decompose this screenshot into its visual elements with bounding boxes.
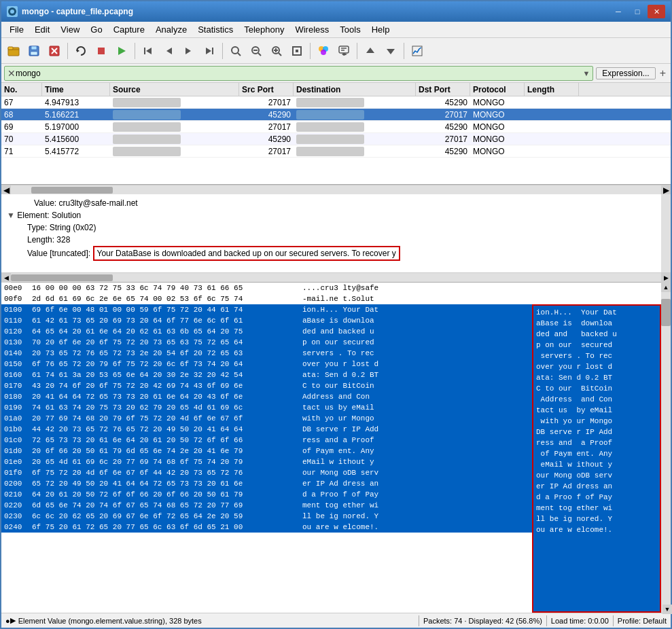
hex-vscrollbar[interactable]: ▲ ▼ (661, 283, 671, 613)
maximize-button[interactable]: □ (629, 5, 646, 18)
toolbar-sep-3 (222, 43, 223, 59)
expression-button[interactable]: Expression... (596, 67, 655, 79)
filter-plus-btn[interactable]: + (658, 67, 668, 79)
detail-row-length: Length: 328 (7, 234, 665, 246)
hex-vscroll-thumb[interactable] (661, 299, 671, 326)
table-row[interactable]: 69 5.197000 27017 45290 MONGO (1, 121, 671, 133)
hex-bytes: 72 65 73 73 20 61 6e 64 20 61 20 50 72 6… (32, 436, 297, 444)
minimize-button[interactable]: ─ (609, 5, 627, 18)
menu-capture[interactable]: Capture (108, 23, 150, 36)
col-header-length[interactable]: Length (525, 83, 579, 96)
toolbar-zoomin-btn[interactable] (267, 41, 286, 60)
hex-bytes: 20 65 4d 61 69 6c 20 77 69 74 68 6f 75 7… (32, 458, 297, 466)
menu-tools[interactable]: Tools (334, 23, 366, 36)
hex-offset: 0160 (1, 371, 32, 379)
menu-help[interactable]: Help (366, 23, 395, 36)
detail-hscroll-thumb[interactable] (11, 274, 113, 281)
packet-hscrollbar[interactable]: ◀ ▶ (1, 185, 671, 194)
menu-statistics[interactable]: Statistics (192, 23, 238, 36)
cell-no: 67 (1, 98, 42, 107)
toolbar-first-btn[interactable] (139, 41, 158, 60)
hex-bytes: 69 6f 6e 00 48 01 00 00 59 6f 75 72 20 4… (32, 306, 297, 314)
detail-hscroll-left[interactable]: ◀ (1, 273, 11, 283)
menu-file[interactable]: File (4, 23, 29, 36)
packet-list: No. Time Source Src Port Destination Dst… (1, 83, 671, 185)
filter-clear-btn[interactable]: ✕ (7, 68, 16, 79)
filter-input-wrap[interactable]: ✕ ▼ (4, 66, 593, 81)
hex-right-line: over you r lost d (536, 361, 657, 372)
menu-analyze[interactable]: Analyze (150, 23, 192, 36)
hex-ascii: Address and Con (297, 393, 419, 401)
cell-no: 69 (1, 122, 42, 132)
toolbar-zoomout-btn[interactable] (247, 41, 266, 60)
hex-bytes: 20 73 65 72 76 65 72 73 2e 20 54 6f 20 7… (32, 349, 297, 357)
hex-right-line: eMail w ithout y (536, 459, 657, 470)
col-header-srcport[interactable]: Src Port (239, 83, 294, 96)
close-button[interactable]: ✕ (648, 5, 665, 18)
hscroll-left-btn[interactable]: ◀ (1, 185, 11, 195)
hex-bytes: 44 42 20 73 65 72 76 65 72 20 49 50 20 4… (32, 425, 297, 433)
hex-ascii: C to our BitCoin (297, 382, 419, 390)
hex-right-line: tact us by eMail (536, 405, 657, 416)
toolbar-last-btn[interactable] (200, 41, 219, 60)
hex-right-line: ment tog ether wi (536, 503, 657, 514)
cell-time: 5.415772 (42, 147, 110, 156)
toolbar-save-btn[interactable] (24, 41, 43, 60)
toolbar-start-btn[interactable] (112, 41, 131, 60)
svg-rect-3 (8, 47, 13, 50)
cell-dst (294, 134, 416, 144)
hscroll-track[interactable] (11, 187, 661, 194)
toolbar-prev-btn[interactable] (159, 41, 178, 60)
detail-hscroll-right[interactable]: ▶ (661, 273, 671, 283)
hex-ascii: ll be ig nored. Y (297, 512, 419, 520)
menu-go[interactable]: Go (85, 23, 107, 36)
toolbar-annotate-btn[interactable] (334, 41, 353, 60)
filter-input[interactable] (16, 69, 582, 78)
cell-proto: MONGO (470, 110, 525, 120)
hex-vscroll-down[interactable]: ▼ (662, 605, 671, 613)
svg-marker-13 (146, 48, 152, 54)
toolbar-reload-btn[interactable] (71, 41, 90, 60)
status-divider-1 (419, 615, 419, 626)
hex-vscroll-up[interactable]: ▲ (661, 283, 671, 292)
hex-ascii: ion.H... Your Dat (297, 306, 419, 314)
toolbar-colorize-btn[interactable] (314, 41, 333, 60)
col-header-no[interactable]: No. (1, 83, 42, 96)
menu-edit[interactable]: Edit (29, 23, 55, 36)
menu-telephony[interactable]: Telephony (238, 23, 289, 36)
table-row[interactable]: 71 5.415772 27017 45290 MONGO (1, 145, 671, 158)
hex-bytes: 61 42 61 73 65 20 69 73 20 64 6f 77 6e 6… (32, 317, 297, 325)
hscroll-thumb[interactable] (31, 187, 113, 194)
col-header-dstport[interactable]: Dst Port (416, 83, 470, 96)
detail-vscrollbar[interactable] (661, 194, 671, 272)
col-header-protocol[interactable]: Protocol (470, 83, 525, 96)
hex-offset: 00f0 (1, 295, 32, 303)
toolbar-up-btn[interactable] (361, 41, 380, 60)
hex-row: 0210 64 20 61 20 50 72 6f 6f 66 20 6f 66… (1, 489, 532, 500)
table-row[interactable]: 68 5.166221 45290 27017 MONGO (1, 109, 671, 121)
hex-offset: 0210 (1, 490, 32, 499)
col-header-destination[interactable]: Destination (294, 83, 416, 96)
menu-wireless[interactable]: Wireless (289, 23, 334, 36)
hscroll-right-btn[interactable]: ▶ (661, 185, 671, 195)
status-load-time: Load time: 0:0.00 (551, 617, 609, 625)
toolbar-close-btn[interactable] (45, 41, 64, 60)
table-row[interactable]: 67 4.947913 27017 45290 MONGO (1, 96, 671, 109)
toolbar-find-btn[interactable] (226, 41, 245, 60)
toolbar-io-btn[interactable] (408, 41, 427, 60)
cell-proto: MONGO (470, 122, 525, 132)
cell-srcport: 45290 (239, 110, 294, 120)
col-header-source[interactable]: Source (110, 83, 239, 96)
hex-offset: 01e0 (1, 458, 32, 466)
detail-hscroll-track[interactable] (11, 274, 661, 281)
toolbar-stop-btn[interactable] (92, 41, 111, 60)
menu-view[interactable]: View (55, 23, 85, 36)
toolbar-next-btn[interactable] (179, 41, 198, 60)
detail-hscrollbar[interactable]: ◀ ▶ (1, 272, 671, 282)
packet-rows: 67 4.947913 27017 45290 MONGO 68 5.16622… (1, 96, 671, 184)
toolbar-down-btn[interactable] (381, 41, 400, 60)
col-header-time[interactable]: Time (42, 83, 110, 96)
toolbar-zoom-normal-btn[interactable] (287, 41, 306, 60)
table-row[interactable]: 70 5.415600 45290 27017 MONGO (1, 133, 671, 145)
toolbar-open-btn[interactable] (4, 41, 23, 60)
